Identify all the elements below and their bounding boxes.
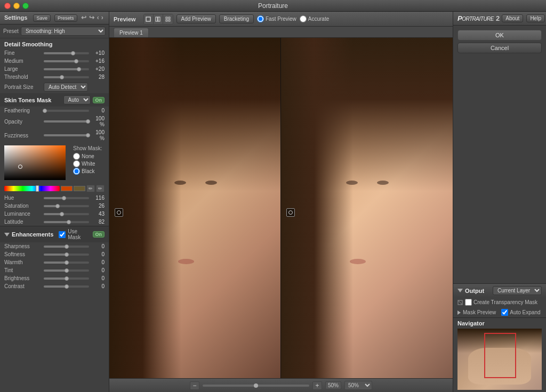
zoom-out-button[interactable]: − xyxy=(190,381,199,390)
color-crosshair xyxy=(18,165,22,169)
opacity-value: 100 % xyxy=(91,116,105,127)
fast-preview-radio[interactable] xyxy=(257,15,264,22)
redo-icon[interactable]: ↪ xyxy=(89,14,94,21)
softness-value: 0 xyxy=(91,251,105,257)
bracketing-button[interactable]: Bracketing xyxy=(219,14,254,23)
show-mask-white-radio[interactable] xyxy=(73,160,80,167)
large-value: +20 xyxy=(91,66,105,72)
preset-label: Preset xyxy=(3,28,19,34)
tint-value: 0 xyxy=(91,267,105,273)
fine-slider[interactable] xyxy=(44,52,89,54)
color-swatch-primary[interactable] xyxy=(61,186,73,191)
luminance-label: Luminance xyxy=(4,211,42,217)
svg-rect-6 xyxy=(168,20,170,21)
softness-label: Softness xyxy=(4,251,42,257)
enhancements-header: Enhancements Use Mask On xyxy=(0,226,109,242)
add-preview-button[interactable]: Add Preview xyxy=(176,14,216,23)
threshold-slider[interactable] xyxy=(44,76,89,78)
output-layer-select[interactable]: Current Layer xyxy=(493,286,542,295)
warmth-slider[interactable] xyxy=(44,262,89,264)
grid-view-icon[interactable] xyxy=(163,14,173,24)
threshold-label: Threshold xyxy=(4,74,42,80)
right-spacer xyxy=(453,58,546,283)
tint-label: Tint xyxy=(4,267,42,273)
sharpness-slider[interactable] xyxy=(44,246,89,248)
luminance-slider[interactable] xyxy=(44,213,89,215)
fuzziness-value: 100 % xyxy=(91,129,105,141)
zoom-dropdown[interactable]: 50% 25% 100% Fit xyxy=(344,381,372,390)
main-layout: Settings Save Presets ↩ ↪ ‹ › Preset Smo… xyxy=(0,12,546,392)
color-swatch-secondary[interactable] xyxy=(74,186,85,191)
medium-value: +16 xyxy=(91,58,105,64)
large-slider[interactable] xyxy=(44,68,89,70)
svg-rect-2 xyxy=(158,17,160,21)
skin-tones-on-badge[interactable]: On xyxy=(93,97,105,103)
skin-tones-auto-select[interactable]: Auto xyxy=(63,95,91,104)
eyedropper-secondary-button[interactable]: ✏ xyxy=(96,185,105,192)
original-face xyxy=(109,38,281,378)
maximize-button[interactable] xyxy=(22,3,29,9)
zoom-in-button[interactable]: + xyxy=(312,381,322,390)
nav-face-rect xyxy=(484,333,516,378)
enhancements-collapse-icon[interactable] xyxy=(4,233,10,236)
sharpness-label: Sharpness xyxy=(4,243,42,249)
sharpness-value: 0 xyxy=(91,243,105,249)
skin-tones-title: Skin Tones Mask xyxy=(4,97,61,103)
hue-slider-row: Hue 116 xyxy=(0,194,109,202)
navigator-thumbnail xyxy=(457,329,542,390)
preview-toolbar: Preview Add Preview Bracketing Fast Prev… xyxy=(109,12,453,27)
split-view-icon[interactable] xyxy=(154,14,163,24)
presets-button[interactable]: Presets xyxy=(54,14,77,22)
contrast-slider[interactable] xyxy=(44,285,89,288)
help-button[interactable]: Help xyxy=(526,14,545,22)
tint-slider[interactable] xyxy=(44,270,89,272)
cancel-button[interactable]: Cancel xyxy=(457,43,542,53)
ok-button[interactable]: OK xyxy=(457,30,542,40)
zoom-slider[interactable] xyxy=(203,385,309,387)
fuzziness-slider[interactable] xyxy=(44,134,89,136)
threshold-value: 28 xyxy=(91,74,105,80)
warmth-slider-row: Warmth 0 xyxy=(0,258,109,266)
saturation-slider[interactable] xyxy=(44,205,89,207)
svg-rect-3 xyxy=(166,17,167,19)
crop-marker xyxy=(115,208,123,217)
enhancements-on-badge[interactable]: On xyxy=(93,231,105,238)
accurate-radio[interactable] xyxy=(300,15,307,22)
app-title: Portraiture xyxy=(258,2,288,10)
processed-portrait xyxy=(281,38,453,378)
show-mask-none-radio[interactable] xyxy=(73,153,80,160)
use-mask-checkbox[interactable] xyxy=(59,231,66,238)
feathering-slider[interactable] xyxy=(44,110,89,112)
arrow-right-icon[interactable]: › xyxy=(101,14,103,21)
contrast-label: Contrast xyxy=(4,283,42,289)
minimize-button[interactable] xyxy=(13,3,20,9)
svg-rect-1 xyxy=(156,17,158,21)
create-transparency-checkbox[interactable] xyxy=(465,299,472,306)
save-button[interactable]: Save xyxy=(33,14,51,22)
hue-bar[interactable] xyxy=(4,186,60,191)
brightness-slider[interactable] xyxy=(44,277,89,280)
show-mask-black-radio[interactable] xyxy=(73,168,80,175)
preview-tab-1[interactable]: Preview 1 xyxy=(114,28,149,37)
eyedropper-primary-button[interactable]: ✏ xyxy=(86,185,95,192)
softness-slider[interactable] xyxy=(44,254,89,256)
opacity-slider[interactable] xyxy=(44,120,89,123)
portraiture-logo: PORTRAITURE xyxy=(457,14,494,22)
about-button[interactable]: About xyxy=(502,14,523,22)
hue-slider[interactable] xyxy=(44,197,89,199)
arrow-left-icon[interactable]: ‹ xyxy=(97,14,99,21)
auto-expand-checkbox[interactable] xyxy=(501,309,508,316)
luminance-value: 43 xyxy=(91,211,105,217)
mask-preview-expand-icon[interactable] xyxy=(457,311,461,315)
undo-icon[interactable]: ↩ xyxy=(81,14,86,21)
single-view-icon[interactable] xyxy=(144,14,154,24)
preset-select[interactable]: Smoothing: High xyxy=(21,27,106,36)
latitude-slider[interactable] xyxy=(44,221,89,223)
portrait-size-select[interactable]: Auto Detect xyxy=(44,83,88,92)
medium-slider[interactable] xyxy=(44,60,89,62)
fuzziness-slider-row: Fuzziness 100 % xyxy=(0,128,109,142)
color-gradient-box[interactable] xyxy=(4,145,66,180)
close-button[interactable] xyxy=(4,3,11,9)
latitude-value: 82 xyxy=(91,219,105,225)
output-collapse-icon[interactable] xyxy=(457,289,463,292)
